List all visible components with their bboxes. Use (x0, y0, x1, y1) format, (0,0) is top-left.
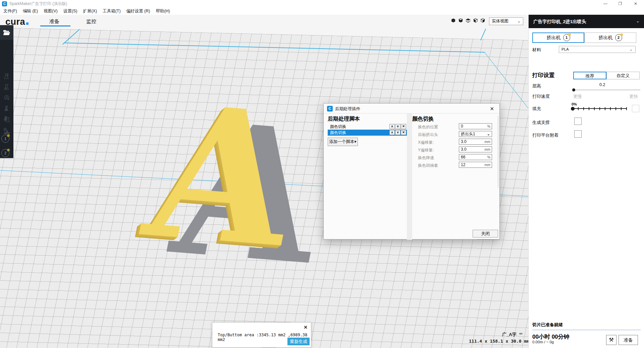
view-front-icon[interactable] (458, 18, 463, 23)
print-speed-label: 打印速度 (532, 93, 550, 99)
custom-mode-button[interactable]: 自定义 (606, 72, 640, 79)
gradual-infill-checkbox[interactable] (632, 105, 639, 112)
menu-edit[interactable]: 编辑 (E) (23, 8, 38, 14)
tab-prepare[interactable]: 准备 (49, 18, 59, 25)
move-script-down-button[interactable]: ∨ (395, 130, 400, 135)
script-row-2-selected[interactable]: 颜色切换 ∧ ∨ ✕ (328, 130, 407, 136)
application-window: A A C SparkMaker广告字打印 (演示版) — ❐ ✕ 文件(F) … (0, 0, 644, 348)
view-3d-icon[interactable] (451, 18, 456, 23)
speed-reduction-input[interactable]: 66% (459, 154, 492, 160)
speed-slower-label: 更慢 (573, 93, 582, 99)
position-input[interactable]: 0% (459, 123, 492, 129)
toolbar-extruder-1-button[interactable]: 1 (1, 135, 9, 143)
extruder-2-tab[interactable]: 挤出机 2 (584, 32, 636, 43)
scripts-header: 后期处理脚本 (328, 116, 360, 123)
restore-button[interactable]: ❐ (613, 0, 627, 7)
menu-settings[interactable]: 设置(S) (63, 8, 77, 14)
mirror-tool-icon[interactable] (2, 104, 11, 113)
material-label: 材料 (532, 47, 541, 53)
open-file-button[interactable] (0, 25, 13, 40)
view-left-icon[interactable] (473, 18, 478, 23)
cura-logo-dot (26, 22, 29, 25)
move-script-down-button[interactable]: ∨ (395, 124, 400, 129)
minimize-button[interactable]: — (598, 0, 612, 7)
extruder-2-number: 2 (615, 34, 622, 41)
menu-extensions[interactable]: 扩展(X) (83, 8, 97, 14)
regenerate-button[interactable]: 重新生成 (287, 338, 310, 345)
setting-label-speed-reduction: 换色降速 (418, 155, 434, 161)
prepare-button[interactable]: 准备 (619, 335, 638, 345)
remove-script-button[interactable]: ✕ (401, 130, 406, 135)
dialog-close-icon[interactable]: ✕ (490, 106, 494, 112)
infill-slider-handle[interactable] (571, 107, 575, 111)
rotate-tool-icon[interactable] (2, 93, 11, 102)
retraction-input[interactable]: 12mm (459, 162, 492, 168)
output-options-button[interactable]: ⚒ (606, 335, 616, 345)
notification-close-icon[interactable]: ✕ (304, 325, 308, 330)
printer-selector[interactable]: 广告字打印机_2进1出喷头 ⌄ (529, 15, 644, 28)
dialog-app-icon: C (327, 106, 333, 112)
dialog-close-button[interactable]: 关闭 (473, 230, 498, 237)
view-mode-dropdown[interactable]: 实体视图 ⌄ (489, 17, 523, 25)
material-dropdown[interactable]: PLA ⌄ (559, 46, 636, 53)
settings-header: 颜色切换 (412, 116, 434, 123)
script-row-1[interactable]: 颜色切换 ∧ ∨ ✕ (328, 124, 407, 130)
layer-height-slider[interactable] (573, 90, 640, 90)
settings-scrollbar[interactable] (498, 116, 498, 188)
model-dimensions-label: 111.4 x 158.1 x 30.0 mm (469, 339, 529, 344)
view-right-icon[interactable] (480, 18, 485, 23)
app-title: SparkMaker广告字打印 (演示版) (9, 1, 67, 7)
chevron-down-icon: ⌄ (487, 131, 490, 137)
dialog-titlebar[interactable]: C 后期处理插件 ✕ (324, 103, 499, 114)
sidebar: 广告字打印机_2进1出喷头 ⌄ 挤出机 1 挤出机 2 材料 PLA ⌄ 打印设… (528, 15, 644, 348)
scale-tool-icon[interactable] (2, 83, 11, 91)
support-checkbox[interactable] (574, 118, 582, 125)
add-script-button[interactable]: 添加一个脚本▾ (328, 138, 358, 146)
setting-label-retraction: 换色回抽量 (418, 163, 438, 168)
material-estimate: 0.00m / ~ 0g (532, 340, 554, 344)
infill-label: 填充 (532, 106, 541, 112)
layer-height-value: 0.2 (599, 82, 605, 87)
menu-preferences[interactable]: 偏好设置 (R) (126, 8, 150, 14)
move-script-up-button[interactable]: ∧ (389, 130, 395, 135)
setting-label-y-offset: Y偏移量: (418, 147, 434, 153)
menu-toolbox[interactable]: 工具箱(T) (103, 8, 120, 14)
setting-label-x-offset: X偏移量: (418, 140, 434, 145)
y-offset-input[interactable]: 3.0mm (459, 146, 492, 152)
layer-height-label: 层高 (532, 83, 541, 89)
open-folder-icon (3, 29, 10, 36)
move-tool-icon[interactable] (2, 72, 11, 81)
per-model-settings-icon[interactable] (2, 115, 11, 124)
camera-view-buttons (451, 18, 485, 23)
infill-slider[interactable] (573, 108, 627, 109)
x-offset-input[interactable]: 3.0mm (459, 139, 492, 145)
print-time-estimate: 00小时 00分钟 (532, 333, 570, 341)
slice-progress-bar (532, 329, 641, 331)
setting-label-position: 换色的位置 (418, 124, 438, 130)
menu-view[interactable]: 视图(V) (44, 8, 58, 14)
target-extruder-dropdown[interactable]: 挤出头1⌄ (459, 131, 492, 137)
view-top-icon[interactable] (466, 18, 471, 23)
adhesion-checkbox[interactable] (574, 130, 582, 138)
model-letter-a[interactable]: A A (147, 86, 335, 293)
build-plate-corner-edge (480, 28, 486, 41)
menu-help[interactable]: 帮助(H) (156, 8, 170, 14)
titlebar: C SparkMaker广告字打印 (演示版) — ❐ ✕ (0, 0, 644, 7)
layer-height-slider-handle[interactable] (572, 88, 575, 91)
rename-model-icon[interactable]: ✏ (519, 331, 523, 336)
recommended-mode-button[interactable]: 推荐 (573, 72, 606, 79)
tab-monitor[interactable]: 监控 (86, 18, 96, 25)
dialog-panel-divider (407, 114, 412, 240)
extruder-1-material-dot (568, 33, 571, 36)
toolbar-extruder-2-button[interactable]: 2 (1, 149, 9, 157)
close-button[interactable]: ✕ (629, 0, 643, 7)
menu-file[interactable]: 文件(F) (3, 8, 17, 14)
speed-faster-label: 更快 (629, 93, 638, 99)
move-script-up-button[interactable]: ∧ (389, 124, 395, 129)
slice-ready-text: 切片已准备就绪 (532, 322, 563, 328)
print-settings-header: 打印设置 (532, 72, 554, 79)
extruder-1-tab[interactable]: 挤出机 1 (532, 32, 584, 43)
support-blocker-icon[interactable] (2, 127, 11, 135)
remove-script-button[interactable]: ✕ (401, 124, 406, 129)
app-icon: C (2, 1, 7, 6)
